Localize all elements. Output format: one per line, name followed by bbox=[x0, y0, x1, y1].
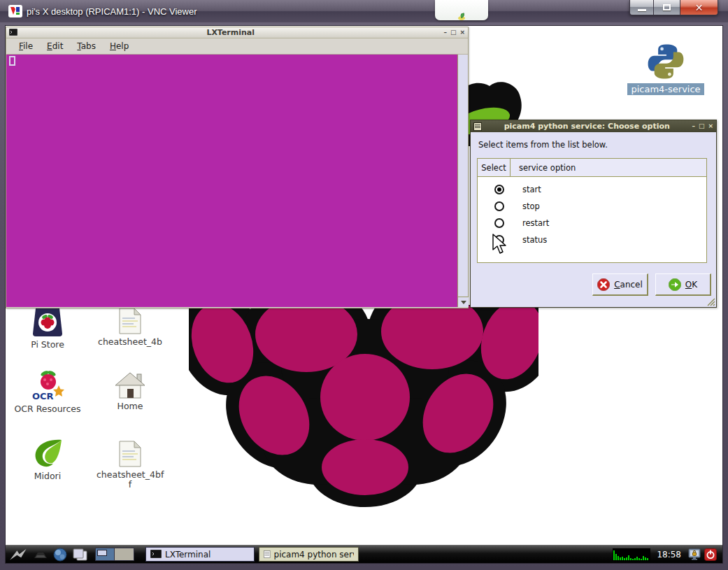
lock-screen-button[interactable] bbox=[687, 548, 701, 562]
dialog-list-icon bbox=[473, 122, 482, 131]
radio-start[interactable] bbox=[494, 185, 504, 194]
desktop-icon-label: Midori bbox=[34, 471, 61, 481]
task-picam4-dialog[interactable]: picam4 python service: ... bbox=[259, 547, 359, 562]
list-icon bbox=[264, 549, 271, 560]
logout-power-button[interactable] bbox=[704, 548, 717, 561]
desktop-icon-pi-store[interactable]: Pi Store bbox=[13, 306, 83, 350]
ok-icon bbox=[669, 278, 681, 291]
desktop-icon-ocr-resources[interactable]: OCR OCR Resources bbox=[13, 367, 83, 414]
lxde-menu-button[interactable] bbox=[6, 546, 31, 563]
svg-text:OCR: OCR bbox=[32, 391, 54, 401]
remote-desktop: Pi Store cheatsheet_4b OCR bbox=[6, 26, 722, 563]
desktop-icon-picam4-service[interactable]: picam4-service bbox=[627, 41, 704, 95]
desktop-icon-cheatsheet-4bf[interactable]: cheatsheet_4bf f bbox=[95, 440, 165, 490]
terminal-cursor bbox=[9, 56, 15, 66]
terminal-icon bbox=[9, 29, 17, 36]
picam4-dialog: picam4 python service: Choose option – □… bbox=[470, 120, 717, 308]
desktop-icon-label: cheatsheet_4bf f bbox=[97, 470, 164, 490]
vnc-logo-icon bbox=[8, 5, 22, 17]
vnc-titlebar[interactable]: pi's X desktop (RPICAM1:1) - VNC Viewer … bbox=[0, 0, 728, 22]
option-row-stop[interactable]: stop bbox=[478, 198, 706, 215]
task-label: picam4 python service: ... bbox=[274, 550, 354, 560]
option-label: stop bbox=[522, 201, 540, 211]
pi-store-icon bbox=[31, 306, 64, 338]
cancel-label: Cancel bbox=[614, 280, 643, 290]
column-header-service-option: service option bbox=[511, 158, 707, 177]
maximize-icon bbox=[663, 4, 671, 10]
globe-icon bbox=[53, 548, 67, 562]
pager-desktop-1[interactable] bbox=[95, 548, 115, 561]
maximize-button[interactable] bbox=[654, 0, 680, 15]
lxterminal-menubar: File Edit Tabs Help bbox=[6, 38, 468, 54]
terminal-maximize-button[interactable]: □ bbox=[450, 29, 457, 36]
dialog-instruction: Select items from the list below. bbox=[478, 140, 608, 150]
terminal-scrollbar[interactable] bbox=[457, 55, 468, 307]
desktop-pager[interactable] bbox=[95, 548, 134, 561]
file-manager-icon bbox=[34, 550, 48, 560]
dialog-minimize-button[interactable]: – bbox=[692, 123, 695, 129]
midori-icon bbox=[31, 437, 64, 469]
option-row-restart[interactable]: restart bbox=[478, 215, 706, 231]
close-button[interactable]: ✕ bbox=[680, 0, 718, 15]
document-icon bbox=[118, 440, 142, 468]
terminal-minimize-button[interactable]: – bbox=[443, 29, 447, 36]
ok-label: OK bbox=[685, 280, 697, 290]
lxde-bird-icon bbox=[8, 548, 28, 562]
cancel-icon bbox=[597, 278, 610, 291]
cpu-monitor bbox=[613, 548, 650, 561]
option-row-status[interactable]: status bbox=[478, 231, 706, 248]
web-browser-button[interactable] bbox=[50, 546, 70, 563]
menu-edit[interactable]: Edit bbox=[40, 40, 70, 52]
minimize-icon bbox=[638, 9, 646, 11]
terminal-close-button[interactable]: × bbox=[459, 29, 465, 36]
option-label: restart bbox=[522, 218, 549, 228]
ok-button[interactable]: OK bbox=[655, 273, 711, 296]
scroll-down-button[interactable] bbox=[458, 297, 469, 307]
minimize-button[interactable] bbox=[629, 0, 654, 15]
raspberry-wallpaper bbox=[189, 305, 538, 508]
ocr-resources-icon: OCR bbox=[28, 367, 67, 402]
taskbar: LXTerminal picam4 python service: ... 18… bbox=[6, 545, 722, 563]
terminal-icon bbox=[150, 550, 162, 559]
task-lxterminal[interactable]: LXTerminal bbox=[145, 547, 255, 562]
desktop-icon-label: cheatsheet_4b bbox=[98, 337, 162, 347]
window-controls: ✕ bbox=[629, 0, 718, 15]
document-icon bbox=[118, 307, 142, 335]
lxterminal-window: LXTerminal – □ × File Edit Tabs Help bbox=[6, 27, 469, 308]
desktop-icon-label-selected: picam4-service bbox=[627, 83, 704, 95]
vnc-viewer-window: pi's X desktop (RPICAM1:1) - VNC Viewer … bbox=[0, 0, 728, 570]
lxterminal-title: LXTerminal bbox=[17, 28, 443, 37]
mouse-cursor bbox=[492, 234, 507, 255]
iconify-windows-button[interactable] bbox=[70, 546, 91, 563]
pager-desktop-2[interactable] bbox=[115, 548, 134, 561]
cancel-button[interactable]: Cancel bbox=[592, 273, 648, 296]
home-icon bbox=[114, 370, 146, 399]
lxterminal-screen[interactable] bbox=[6, 54, 468, 307]
desktop-icon-midori[interactable]: Midori bbox=[13, 437, 83, 481]
desktop-icon-label: OCR Resources bbox=[14, 404, 80, 414]
file-manager-button[interactable] bbox=[31, 546, 50, 563]
vnc-toolbar-peek[interactable] bbox=[435, 0, 488, 20]
desktop-icon-home[interactable]: Home bbox=[95, 370, 165, 411]
option-row-start[interactable]: start bbox=[478, 181, 706, 198]
option-label: start bbox=[522, 185, 541, 194]
dialog-close-button[interactable]: × bbox=[708, 123, 713, 129]
option-table: Select service option start stop restart bbox=[477, 158, 707, 263]
dialog-titlebar[interactable]: picam4 python service: Choose option – □… bbox=[471, 120, 716, 132]
clock: 18:58 bbox=[657, 550, 681, 560]
resize-grip[interactable] bbox=[707, 298, 715, 306]
lxterminal-titlebar[interactable]: LXTerminal – □ × bbox=[6, 27, 468, 38]
task-label: LXTerminal bbox=[165, 550, 210, 560]
radio-stop[interactable] bbox=[494, 201, 504, 211]
menu-tabs[interactable]: Tabs bbox=[70, 40, 103, 52]
option-label: status bbox=[522, 235, 547, 245]
desktop-icon-cheatsheet-4b[interactable]: cheatsheet_4b bbox=[95, 307, 165, 347]
desktop-icon-label: Pi Store bbox=[31, 340, 64, 350]
menu-help[interactable]: Help bbox=[103, 40, 136, 52]
radio-restart[interactable] bbox=[494, 218, 504, 228]
option-list: start stop restart status bbox=[477, 177, 707, 263]
windows-icon bbox=[73, 548, 88, 561]
dialog-maximize-button[interactable]: □ bbox=[699, 123, 705, 129]
menu-file[interactable]: File bbox=[12, 40, 40, 52]
desktop-icon-label: Home bbox=[117, 401, 143, 411]
